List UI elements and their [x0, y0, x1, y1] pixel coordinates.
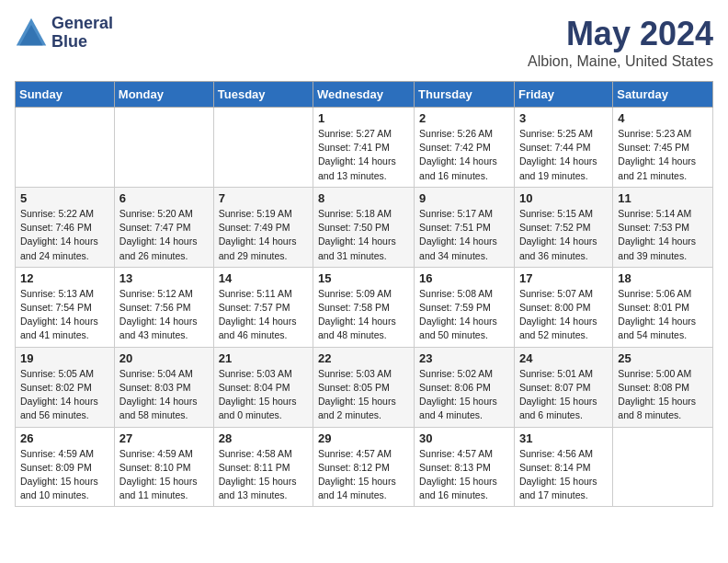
weekday-header: Monday	[114, 82, 213, 108]
day-number: 10	[519, 191, 608, 205]
day-number: 16	[419, 271, 509, 285]
day-number: 21	[219, 351, 308, 365]
day-info: Sunrise: 5:19 AM Sunset: 7:49 PM Dayligh…	[219, 207, 308, 263]
day-number: 12	[20, 271, 109, 285]
calendar-cell: 21Sunrise: 5:03 AM Sunset: 8:04 PM Dayli…	[213, 347, 313, 427]
calendar-cell: 26Sunrise: 4:59 AM Sunset: 8:09 PM Dayli…	[16, 427, 115, 507]
calendar-cell: 15Sunrise: 5:09 AM Sunset: 7:58 PM Dayli…	[313, 267, 415, 347]
weekday-header: Friday	[514, 82, 612, 108]
day-info: Sunrise: 5:27 AM Sunset: 7:41 PM Dayligh…	[318, 127, 409, 183]
calendar-week: 1Sunrise: 5:27 AM Sunset: 7:41 PM Daylig…	[16, 108, 713, 188]
day-info: Sunrise: 5:06 AM Sunset: 8:01 PM Dayligh…	[618, 287, 708, 343]
day-info: Sunrise: 5:15 AM Sunset: 7:52 PM Dayligh…	[519, 207, 608, 263]
calendar-cell: 10Sunrise: 5:15 AM Sunset: 7:52 PM Dayli…	[514, 187, 612, 267]
day-number: 31	[519, 431, 608, 445]
day-number: 6	[119, 191, 209, 205]
weekday-header: Sunday	[16, 82, 115, 108]
calendar-cell: 6Sunrise: 5:20 AM Sunset: 7:47 PM Daylig…	[114, 187, 213, 267]
calendar-header: SundayMondayTuesdayWednesdayThursdayFrid…	[16, 82, 713, 108]
day-info: Sunrise: 5:20 AM Sunset: 7:47 PM Dayligh…	[119, 207, 209, 263]
calendar-week: 19Sunrise: 5:05 AM Sunset: 8:02 PM Dayli…	[16, 347, 713, 427]
calendar-cell: 22Sunrise: 5:03 AM Sunset: 8:05 PM Dayli…	[313, 347, 415, 427]
day-info: Sunrise: 5:12 AM Sunset: 7:56 PM Dayligh…	[119, 287, 209, 343]
calendar-cell	[16, 108, 115, 188]
logo-text: General Blue	[51, 15, 113, 52]
day-number: 4	[618, 111, 708, 125]
logo-line2: Blue	[51, 33, 113, 52]
day-info: Sunrise: 5:18 AM Sunset: 7:50 PM Dayligh…	[318, 207, 409, 263]
calendar-cell: 16Sunrise: 5:08 AM Sunset: 7:59 PM Dayli…	[415, 267, 515, 347]
day-number: 2	[419, 111, 509, 125]
calendar-week: 12Sunrise: 5:13 AM Sunset: 7:54 PM Dayli…	[16, 267, 713, 347]
logo-icon	[15, 17, 48, 50]
calendar-cell: 23Sunrise: 5:02 AM Sunset: 8:06 PM Dayli…	[415, 347, 515, 427]
day-info: Sunrise: 5:25 AM Sunset: 7:44 PM Dayligh…	[519, 127, 608, 183]
calendar-cell	[213, 108, 313, 188]
day-info: Sunrise: 5:07 AM Sunset: 8:00 PM Dayligh…	[519, 287, 608, 343]
calendar-cell	[613, 427, 713, 507]
day-info: Sunrise: 4:59 AM Sunset: 8:10 PM Dayligh…	[119, 447, 209, 503]
day-number: 17	[519, 271, 608, 285]
logo: General Blue	[15, 15, 113, 52]
calendar-cell: 28Sunrise: 4:58 AM Sunset: 8:11 PM Dayli…	[213, 427, 313, 507]
calendar-cell: 12Sunrise: 5:13 AM Sunset: 7:54 PM Dayli…	[16, 267, 115, 347]
day-number: 1	[318, 111, 409, 125]
day-number: 9	[419, 191, 509, 205]
day-info: Sunrise: 5:03 AM Sunset: 8:05 PM Dayligh…	[318, 367, 409, 423]
day-number: 7	[219, 191, 308, 205]
day-info: Sunrise: 5:22 AM Sunset: 7:46 PM Dayligh…	[20, 207, 109, 263]
weekday-header: Thursday	[415, 82, 515, 108]
day-info: Sunrise: 5:23 AM Sunset: 7:45 PM Dayligh…	[618, 127, 708, 183]
calendar-table: SundayMondayTuesdayWednesdayThursdayFrid…	[15, 81, 713, 507]
day-number: 29	[318, 431, 409, 445]
day-info: Sunrise: 5:11 AM Sunset: 7:57 PM Dayligh…	[219, 287, 308, 343]
calendar-cell	[114, 108, 213, 188]
day-info: Sunrise: 5:05 AM Sunset: 8:02 PM Dayligh…	[20, 367, 109, 423]
weekday-header: Saturday	[613, 82, 713, 108]
day-info: Sunrise: 5:13 AM Sunset: 7:54 PM Dayligh…	[20, 287, 109, 343]
day-info: Sunrise: 5:04 AM Sunset: 8:03 PM Dayligh…	[119, 367, 209, 423]
calendar-cell: 13Sunrise: 5:12 AM Sunset: 7:56 PM Dayli…	[114, 267, 213, 347]
calendar-cell: 31Sunrise: 4:56 AM Sunset: 8:14 PM Dayli…	[514, 427, 612, 507]
day-info: Sunrise: 4:56 AM Sunset: 8:14 PM Dayligh…	[519, 447, 608, 503]
calendar-cell: 4Sunrise: 5:23 AM Sunset: 7:45 PM Daylig…	[613, 108, 713, 188]
day-info: Sunrise: 5:26 AM Sunset: 7:42 PM Dayligh…	[419, 127, 509, 183]
day-number: 5	[20, 191, 109, 205]
day-number: 20	[119, 351, 209, 365]
main-title: May 2024	[528, 15, 713, 53]
day-number: 26	[20, 431, 109, 445]
day-number: 15	[318, 271, 409, 285]
day-info: Sunrise: 5:00 AM Sunset: 8:08 PM Dayligh…	[618, 367, 708, 423]
day-number: 28	[219, 431, 308, 445]
day-info: Sunrise: 5:08 AM Sunset: 7:59 PM Dayligh…	[419, 287, 509, 343]
day-number: 18	[618, 271, 708, 285]
day-info: Sunrise: 5:02 AM Sunset: 8:06 PM Dayligh…	[419, 367, 509, 423]
calendar-cell: 24Sunrise: 5:01 AM Sunset: 8:07 PM Dayli…	[514, 347, 612, 427]
weekday-header: Wednesday	[313, 82, 415, 108]
day-number: 3	[519, 111, 608, 125]
calendar-cell: 29Sunrise: 4:57 AM Sunset: 8:12 PM Dayli…	[313, 427, 415, 507]
weekday-header: Tuesday	[213, 82, 313, 108]
calendar-cell: 11Sunrise: 5:14 AM Sunset: 7:53 PM Dayli…	[613, 187, 713, 267]
day-info: Sunrise: 4:57 AM Sunset: 8:12 PM Dayligh…	[318, 447, 409, 503]
subtitle: Albion, Maine, United States	[528, 53, 713, 70]
calendar-cell: 14Sunrise: 5:11 AM Sunset: 7:57 PM Dayli…	[213, 267, 313, 347]
day-info: Sunrise: 4:58 AM Sunset: 8:11 PM Dayligh…	[219, 447, 308, 503]
day-info: Sunrise: 5:17 AM Sunset: 7:51 PM Dayligh…	[419, 207, 509, 263]
day-info: Sunrise: 5:09 AM Sunset: 7:58 PM Dayligh…	[318, 287, 409, 343]
calendar-cell: 1Sunrise: 5:27 AM Sunset: 7:41 PM Daylig…	[313, 108, 415, 188]
calendar-week: 5Sunrise: 5:22 AM Sunset: 7:46 PM Daylig…	[16, 187, 713, 267]
calendar-cell: 25Sunrise: 5:00 AM Sunset: 8:08 PM Dayli…	[613, 347, 713, 427]
day-info: Sunrise: 5:14 AM Sunset: 7:53 PM Dayligh…	[618, 207, 708, 263]
calendar-cell: 17Sunrise: 5:07 AM Sunset: 8:00 PM Dayli…	[514, 267, 612, 347]
day-number: 23	[419, 351, 509, 365]
calendar-cell: 9Sunrise: 5:17 AM Sunset: 7:51 PM Daylig…	[415, 187, 515, 267]
day-number: 27	[119, 431, 209, 445]
logo-line1: General	[51, 15, 113, 33]
day-info: Sunrise: 5:03 AM Sunset: 8:04 PM Dayligh…	[219, 367, 308, 423]
calendar-cell: 19Sunrise: 5:05 AM Sunset: 8:02 PM Dayli…	[16, 347, 115, 427]
calendar-cell: 27Sunrise: 4:59 AM Sunset: 8:10 PM Dayli…	[114, 427, 213, 507]
title-block: May 2024 Albion, Maine, United States	[528, 15, 713, 70]
calendar-cell: 30Sunrise: 4:57 AM Sunset: 8:13 PM Dayli…	[415, 427, 515, 507]
calendar-cell: 18Sunrise: 5:06 AM Sunset: 8:01 PM Dayli…	[613, 267, 713, 347]
